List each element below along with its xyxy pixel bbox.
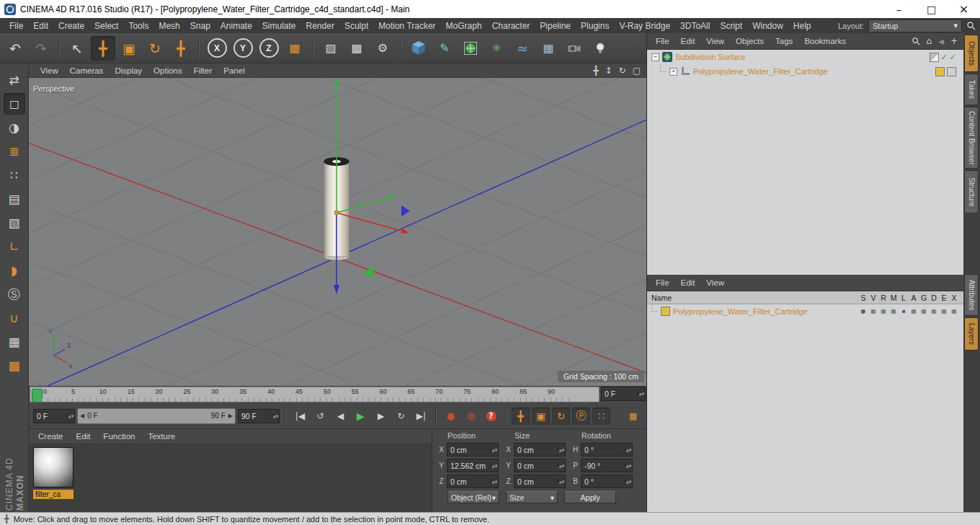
layer-color-swatch[interactable]	[661, 306, 670, 316]
layer-column-header[interactable]: M	[888, 294, 899, 302]
frame-range-slider[interactable]: ◀ 0 F 90 F ▶	[77, 408, 236, 424]
previous-key-button[interactable]: ↺	[311, 407, 329, 425]
layer-column-header[interactable]: D	[929, 294, 939, 302]
layer-column-header[interactable]: A	[909, 294, 919, 302]
menu-item[interactable]: Help	[788, 19, 816, 32]
spinner-icon[interactable]: ▲▼	[638, 392, 645, 396]
spinner-icon[interactable]: ▲▼	[491, 480, 498, 484]
tab-structure[interactable]: Structure	[964, 170, 979, 213]
spinner-icon[interactable]: ▲▼	[625, 448, 632, 452]
menu-item[interactable]: Sculpt	[339, 19, 373, 32]
soft-selection-button[interactable]: Ⓢ	[4, 283, 25, 305]
layer-column-header[interactable]: X	[949, 294, 959, 302]
uv-mode-button[interactable]: ≣	[4, 141, 25, 162]
back-icon[interactable]: ◀	[938, 38, 944, 45]
size-y-field[interactable]: 0 cm▲▼	[514, 459, 566, 472]
viewport-menu-item[interactable]: Cameras	[64, 66, 110, 75]
last-used-tool-button[interactable]: ╋	[169, 36, 193, 61]
material-list[interactable]: filter_ca	[29, 444, 432, 512]
size-x-field[interactable]: 0 cm▲▼	[514, 443, 566, 456]
menu-item[interactable]: Character	[487, 19, 535, 32]
frame-number-field[interactable]: 0 F ▲▼	[33, 409, 75, 423]
spinner-icon[interactable]: ▲▼	[491, 448, 498, 452]
next-frame-button[interactable]: ▶	[372, 407, 390, 425]
layer-manager-menu-item[interactable]: Edit	[675, 278, 701, 287]
layer-column-header[interactable]: G	[919, 294, 929, 302]
add-environment-button[interactable]: ▦	[536, 36, 561, 61]
close-button[interactable]: ×	[948, 0, 980, 18]
add-camera-button[interactable]	[562, 36, 587, 61]
menu-item[interactable]: Script	[715, 19, 747, 32]
render-picture-viewer-button[interactable]: ▩	[344, 36, 369, 61]
slider-left-handle-icon[interactable]: ◀	[80, 412, 84, 419]
object-name[interactable]: Subdivision Surface	[675, 53, 745, 61]
redo-button[interactable]: ↷	[29, 36, 53, 61]
edges-mode-button[interactable]: ▤	[4, 188, 25, 210]
viewport-menu-item[interactable]: Display	[109, 66, 148, 75]
add-light-button[interactable]	[588, 36, 612, 61]
move-tool-button[interactable]: ╋	[91, 36, 115, 61]
autokey-button[interactable]: ◍	[462, 407, 480, 425]
menu-item[interactable]: 3DToAll	[675, 19, 715, 32]
expand-toggle[interactable]: −	[651, 53, 659, 61]
menu-item[interactable]: File	[4, 19, 28, 32]
tab-layers[interactable]: Layers	[964, 317, 979, 350]
key-scale-button[interactable]: ▣	[532, 407, 550, 425]
layer-manager-menu-item[interactable]: View	[700, 278, 730, 287]
enable-axis-button[interactable]: ∟	[4, 236, 25, 257]
render-view-button[interactable]: ▨	[318, 36, 343, 61]
material-menu-item[interactable]: Texture	[141, 432, 182, 441]
object-manager-menu-item[interactable]: View	[700, 37, 730, 45]
spinner-icon[interactable]: ▲▼	[625, 480, 632, 484]
object-name[interactable]: Polypropylene_Water_Filter_Cartridge	[693, 67, 828, 76]
object-manager-menu-item[interactable]: Objects	[730, 37, 770, 45]
add-panel-icon[interactable]: +	[950, 36, 958, 46]
layer-flag-icon[interactable]: ▦	[909, 308, 919, 314]
tab-attributes[interactable]: Attributes	[964, 274, 979, 316]
object-manager-menu-item[interactable]: Tags	[770, 37, 798, 45]
layer-manager-menu-item[interactable]: File	[650, 278, 675, 287]
layer-column-header[interactable]: E	[939, 294, 949, 302]
camera-rotate-icon[interactable]: ↻	[619, 66, 626, 76]
viewport-solo-button[interactable]: ◗	[4, 260, 25, 281]
scale-tool-button[interactable]: ▣	[117, 36, 141, 61]
menu-item[interactable]: V-Ray Bridge	[614, 19, 675, 32]
spinner-icon[interactable]: ▲▼	[558, 448, 565, 452]
layer-flag-icon[interactable]: ▦	[919, 308, 929, 314]
menu-item[interactable]: MoGraph	[441, 19, 487, 32]
position-x-field[interactable]: 0 cm▲▼	[447, 443, 499, 456]
material-name[interactable]: filter_ca	[33, 490, 74, 499]
key-interpolation-button[interactable]: ▦	[624, 407, 642, 425]
lock-x-button[interactable]: X	[205, 36, 229, 61]
end-frame-field[interactable]: 90 F ▲▼	[238, 409, 280, 423]
material-item[interactable]: filter_ca	[33, 447, 74, 499]
object-manager-menu-item[interactable]: File	[650, 37, 675, 45]
layer-flag-icon[interactable]: ▦	[888, 308, 899, 314]
next-key-button[interactable]: ↻	[392, 407, 410, 425]
menu-item[interactable]: Simulate	[257, 19, 301, 32]
menu-item[interactable]: Motion Tracker	[373, 19, 440, 32]
tab-takes[interactable]: Takes	[964, 74, 979, 105]
size-z-field[interactable]: 0 cm▲▼	[514, 475, 566, 488]
lock-y-button[interactable]: Y	[231, 36, 255, 61]
key-position-button[interactable]: ╋	[512, 407, 530, 425]
enabled-check-icon[interactable]: ✓	[941, 53, 948, 62]
workplane-snap-button[interactable]: ▦	[4, 331, 25, 353]
layer-manager[interactable]: Polypropylene_Water_Filter_Cartridge ●▦▦…	[647, 304, 963, 512]
expand-toggle[interactable]: +	[669, 68, 677, 76]
spinner-icon[interactable]: ▲▼	[558, 480, 565, 484]
points-mode-button[interactable]: ∷	[4, 164, 25, 186]
layer-flag-icon[interactable]: ▦	[929, 308, 939, 314]
add-subdivision-surface-button[interactable]	[458, 36, 483, 61]
spinner-icon[interactable]: ▲▼	[272, 414, 279, 418]
layer-flag-icon[interactable]: ▦	[878, 308, 888, 314]
layer-flag-icon[interactable]: ▦	[939, 308, 949, 314]
object-manager-menu-item[interactable]: Edit	[675, 37, 701, 45]
key-rotation-button[interactable]: ↻	[552, 407, 570, 425]
material-menu-item[interactable]: Function	[97, 432, 141, 441]
camera-pan-icon[interactable]: ╋	[593, 66, 598, 76]
goto-end-button[interactable]: ▶|	[412, 407, 430, 425]
menu-item[interactable]: Window	[747, 19, 788, 32]
material-menu-item[interactable]: Create	[32, 432, 70, 441]
quantize-button[interactable]: ▩	[4, 355, 25, 376]
